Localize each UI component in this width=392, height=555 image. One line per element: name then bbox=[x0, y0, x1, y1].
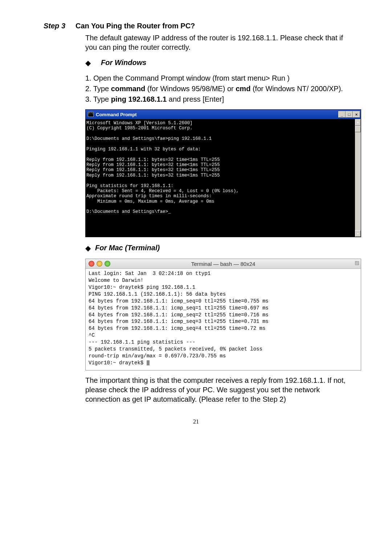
cmd-title: Command Prompt bbox=[96, 112, 137, 117]
term-text: Last login: Sat Jan 3 02:24:18 on ttyp1 … bbox=[89, 271, 269, 366]
cmd-icon bbox=[88, 112, 94, 117]
term-output: Last login: Sat Jan 3 02:24:18 on ttyp1 … bbox=[86, 269, 361, 370]
for-windows-heading: For Windows bbox=[101, 58, 146, 67]
scroll-icon: ▨ bbox=[355, 260, 359, 266]
scrollbar[interactable]: ▲ ▼ bbox=[355, 119, 361, 237]
command-prompt-window: Command Prompt _ □ × Microsoft Windows X… bbox=[85, 109, 361, 237]
text: and press [Enter] bbox=[167, 95, 224, 103]
diamond-icon: ◆ bbox=[85, 59, 91, 66]
win-step-3: 3. Type ping 192.168.1.1 and press [Ente… bbox=[85, 94, 348, 104]
close-button[interactable]: × bbox=[353, 111, 360, 118]
page-number: 21 bbox=[44, 418, 348, 425]
text: 3. Type bbox=[85, 95, 111, 103]
win-step-2: 2. Type command (for Windows 95/98/ME) o… bbox=[85, 84, 348, 94]
diamond-icon: ◆ bbox=[85, 244, 91, 252]
step-title: Can You Ping the Router from PC? bbox=[75, 22, 195, 30]
terminal-window: Terminal — bash — 80x24 ▨ Last login: Sa… bbox=[85, 259, 361, 370]
text: (for Windows 95/98/ME) or bbox=[145, 85, 236, 93]
minimize-button[interactable]: _ bbox=[338, 111, 346, 118]
text: (for Windows NT/ 2000/XP). bbox=[250, 85, 343, 93]
scroll-up-icon[interactable]: ▲ bbox=[355, 119, 361, 126]
scroll-thumb[interactable] bbox=[355, 126, 361, 132]
term-titlebar: Terminal — bash — 80x24 ▨ bbox=[86, 259, 361, 269]
step-label: Step 3 bbox=[44, 22, 65, 30]
cmd-titlebar: Command Prompt _ □ × bbox=[86, 110, 361, 119]
for-mac-heading: For Mac (Terminal) bbox=[95, 244, 160, 252]
win-step-1: 1. Open the Command Prompt window (from … bbox=[85, 73, 348, 83]
window-controls: _ □ × bbox=[338, 111, 360, 118]
cursor-icon bbox=[147, 360, 150, 365]
text-bold: cmd bbox=[236, 85, 250, 93]
term-title: Terminal — bash — 80x24 bbox=[86, 261, 361, 267]
closing-paragraph: The important thing is that the computer… bbox=[85, 376, 348, 404]
cmd-output: Microsoft Windows XP [Version 5.1.2600] … bbox=[86, 121, 354, 235]
scroll-track[interactable] bbox=[355, 132, 361, 230]
intro-paragraph: The default gateway IP address of the ro… bbox=[85, 33, 348, 52]
maximize-button[interactable]: □ bbox=[346, 111, 353, 118]
scroll-down-icon[interactable]: ▼ bbox=[355, 230, 361, 237]
text-bold: ping 192.168.1.1 bbox=[111, 95, 167, 103]
text: 2. Type bbox=[85, 85, 111, 93]
text-bold: command bbox=[111, 85, 145, 93]
